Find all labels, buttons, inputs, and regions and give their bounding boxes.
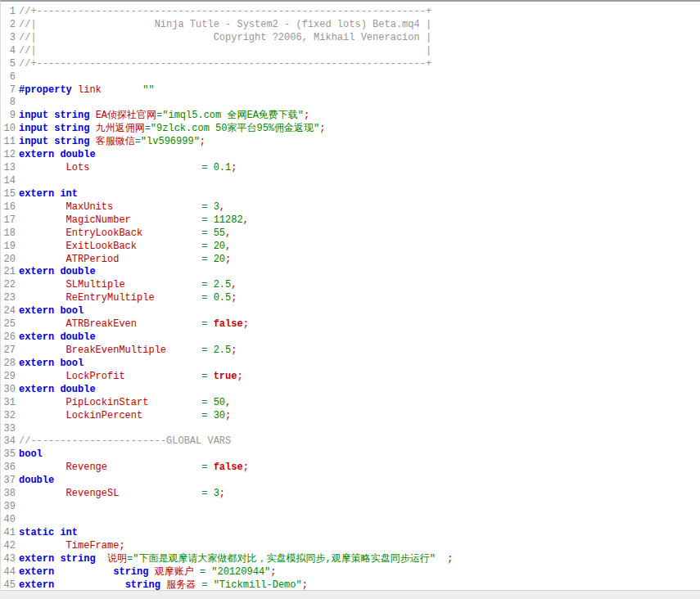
code-segment-ident: MagicNumber <box>66 214 131 226</box>
code-segment-ident: MaxUnits <box>66 201 114 213</box>
code-text: ExitLookBack = 20, <box>16 241 231 254</box>
code-segment-ident: 服务器 <box>166 579 196 591</box>
code-segment-ident: TimeFrame <box>66 540 120 552</box>
code-segment-keyword: bool <box>60 305 84 317</box>
code-segment-text <box>207 162 213 173</box>
code-segment-text <box>19 279 66 290</box>
code-line: 16 MaxUnits = 3, <box>1 201 700 214</box>
code-line: 22 SLMultiple = 2.5, <box>1 279 700 292</box>
code-text: //+-------------------------------------… <box>16 58 431 71</box>
code-segment-ident: ReEntryMultiple <box>66 292 155 304</box>
code-segment-keyword: int <box>60 527 78 538</box>
code-text: //+-------------------------------------… <box>16 6 431 19</box>
line-number: 30 <box>1 384 16 397</box>
code-segment-text <box>119 488 201 499</box>
code-line: 36 Revenge = false; <box>1 462 700 475</box>
code-segment-bool: false <box>214 462 243 473</box>
code-segment-number: 50 <box>214 397 225 408</box>
code-segment-number: 3 <box>214 201 219 213</box>
line-number: 20 <box>1 254 16 267</box>
code-segment-text <box>113 201 201 213</box>
line-number: 25 <box>1 318 16 331</box>
code-segment-keyword: double <box>60 149 95 160</box>
code-block[interactable]: 1//+------------------------------------… <box>0 0 700 591</box>
code-segment-text <box>148 397 201 408</box>
line-number: 35 <box>1 448 16 462</box>
code-line: 44extern string 观摩账户 = "20120944"; <box>1 566 700 579</box>
code-segment-keyword: double <box>60 331 95 343</box>
code-segment-text <box>207 241 213 252</box>
line-number: 33 <box>1 423 16 436</box>
code-line: 33 <box>1 423 700 436</box>
line-number: 8 <box>1 97 16 110</box>
code-text: //| | <box>16 45 431 58</box>
code-segment-number: 2.5 <box>214 279 232 290</box>
code-line: 3//| Copyright ?2006, Mikhail Veneracion… <box>1 32 700 45</box>
line-number: 40 <box>1 514 16 527</box>
code-segment-bool: true <box>214 371 237 382</box>
code-segment-punct: ; <box>219 488 225 499</box>
code-text: extern int <box>16 188 78 201</box>
line-number: 39 <box>1 501 16 514</box>
code-segment-keyword: string <box>54 123 89 134</box>
code-line: 29 LockProfit = true; <box>1 371 700 384</box>
code-segment-keyword: string <box>54 136 89 147</box>
code-segment-ident: EA侦探社官网 <box>96 110 156 121</box>
code-segment-keyword: extern <box>19 266 54 277</box>
code-segment-punct: ; <box>302 579 308 591</box>
code-text: input string 九州返佣网="9zlck.com 50家平台95%佣金… <box>16 123 325 136</box>
code-text: MagicNumber = 11282, <box>16 214 249 227</box>
code-segment-punct: ; <box>319 123 325 134</box>
code-line: 43extern string 说明="下面是观摩请大家做都对比，实盘模拟同步,… <box>1 553 700 566</box>
code-line: 15extern int <box>1 188 700 201</box>
code-segment-text <box>19 397 66 408</box>
line-number: 4 <box>1 45 16 58</box>
code-segment-ident: 说明 <box>107 553 127 565</box>
code-segment-text <box>19 462 66 473</box>
line-number: 7 <box>1 84 16 97</box>
code-segment-ident: RevengeSL <box>66 488 120 499</box>
code-text <box>16 97 19 110</box>
code-segment-ident: 观摩账户 <box>155 566 194 578</box>
code-segment-text <box>102 84 142 96</box>
code-line: 4//| | <box>1 45 700 58</box>
code-segment-text <box>207 318 213 330</box>
code-text: BreakEvenMultiple = 2.5; <box>16 345 237 358</box>
code-segment-text <box>19 488 66 499</box>
code-segment-keyword: extern <box>19 579 54 591</box>
code-segment-keyword: extern <box>19 305 54 317</box>
code-text: extern string 观摩账户 = "20120944"; <box>16 566 276 579</box>
line-number: 44 <box>1 566 16 579</box>
line-number: 28 <box>1 358 16 371</box>
code-segment-number: 30 <box>214 410 225 421</box>
code-segment-text <box>436 553 447 565</box>
line-number: 13 <box>1 162 16 175</box>
code-segment-punct: , <box>219 201 225 213</box>
line-number: 11 <box>1 136 16 149</box>
code-text: static int <box>16 527 78 540</box>
code-segment-keyword: string <box>125 579 160 591</box>
code-line: 7#property link "" <box>1 84 700 97</box>
code-text: bool <box>16 448 43 462</box>
line-number: 2 <box>1 19 16 32</box>
code-segment-text <box>207 410 213 421</box>
code-text <box>16 175 19 188</box>
code-line: 37double <box>1 475 700 488</box>
code-line: 41static int <box>1 527 700 540</box>
code-segment-text <box>125 371 202 382</box>
line-number: 41 <box>1 527 16 540</box>
code-segment-punct: ; <box>225 410 231 421</box>
code-segment-ident: Lots <box>66 162 90 173</box>
code-text: EntryLookBack = 55, <box>16 227 231 241</box>
code-line: 32 LockinPercent = 30; <box>1 410 700 423</box>
code-segment-keyword: bool <box>19 448 43 460</box>
code-segment-text <box>207 488 213 499</box>
code-line: 38 RevengeSL = 3; <box>1 488 700 501</box>
code-segment-number: 2.5 <box>214 345 232 356</box>
code-segment-text <box>19 162 66 173</box>
code-text: input string EA侦探社官网="imql5.com 全网EA免费下载… <box>16 110 309 123</box>
code-segment-punct: ; <box>243 318 249 330</box>
code-segment-string: "" <box>142 84 154 96</box>
code-text <box>16 501 19 514</box>
code-segment-ident: ATRPeriod <box>66 254 120 265</box>
